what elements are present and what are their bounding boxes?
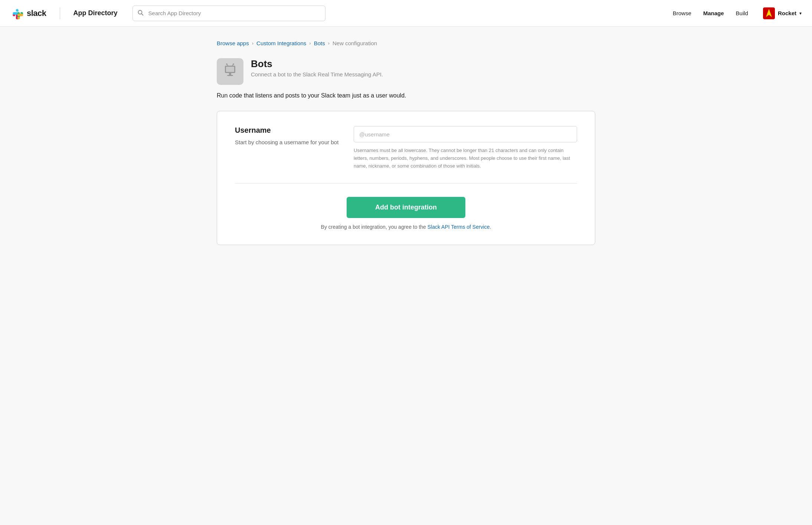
header-app-directory-title: App Directory xyxy=(73,9,118,17)
section-description: Start by choosing a username for your bo… xyxy=(235,138,339,147)
svg-rect-10 xyxy=(229,73,231,75)
app-info: Bots Connect a bot to the Slack Real Tim… xyxy=(251,58,383,77)
username-hint: Usernames must be all lowercase. They ca… xyxy=(354,147,577,170)
breadcrumb-sep-2: › xyxy=(309,40,311,46)
user-avatar-icon xyxy=(763,7,775,19)
add-bot-integration-button[interactable]: Add bot integration xyxy=(347,197,465,218)
button-section: Add bot integration By creating a bot in… xyxy=(235,197,577,230)
terms-prefix: By creating a bot integration, you agree… xyxy=(321,224,428,230)
svg-rect-5 xyxy=(226,67,234,72)
breadcrumb-sep-3: › xyxy=(328,40,330,46)
user-name-label: Rocket xyxy=(778,10,796,16)
app-header: Bots Connect a bot to the Slack Real Tim… xyxy=(217,58,595,85)
nav-manage[interactable]: Manage xyxy=(703,10,724,16)
breadcrumb: Browse apps › Custom Integrations › Bots… xyxy=(217,40,595,46)
svg-rect-11 xyxy=(227,75,233,76)
search-bar-container xyxy=(132,6,325,21)
main-content: Browse apps › Custom Integrations › Bots… xyxy=(202,27,610,258)
breadcrumb-new-config: New configuration xyxy=(333,40,377,46)
slack-logo-icon xyxy=(10,7,24,20)
nav-build[interactable]: Build xyxy=(736,10,748,16)
user-avatar-menu[interactable]: Rocket ▾ xyxy=(763,7,802,19)
username-section: Username Start by choosing a username fo… xyxy=(235,126,577,184)
terms-text: By creating a bot integration, you agree… xyxy=(321,224,491,230)
breadcrumb-bots[interactable]: Bots xyxy=(314,40,325,46)
breadcrumb-custom-integrations[interactable]: Custom Integrations xyxy=(256,40,306,46)
bots-app-icon xyxy=(222,63,238,80)
nav-links: Browse Manage Build Rocket ▾ xyxy=(673,7,802,19)
header-divider xyxy=(60,7,60,19)
svg-point-8 xyxy=(226,63,227,65)
section-input-area: Usernames must be all lowercase. They ca… xyxy=(354,126,577,170)
search-input[interactable] xyxy=(132,6,325,21)
svg-point-9 xyxy=(233,63,234,65)
section-label: Username Start by choosing a username fo… xyxy=(235,126,339,170)
app-description: Run code that listens and posts to your … xyxy=(217,92,595,99)
slack-logo: slack xyxy=(10,7,46,20)
form-card: Username Start by choosing a username fo… xyxy=(217,111,595,245)
app-name: Bots xyxy=(251,58,383,70)
terms-link[interactable]: Slack API Terms of Service xyxy=(428,224,490,230)
breadcrumb-sep-1: › xyxy=(252,40,253,46)
header: slack App Directory Browse Manage Build … xyxy=(0,0,812,27)
slack-wordmark: slack xyxy=(27,9,46,18)
terms-suffix: . xyxy=(490,224,491,230)
username-input[interactable] xyxy=(354,126,577,142)
breadcrumb-browse-apps[interactable]: Browse apps xyxy=(217,40,249,46)
chevron-down-icon: ▾ xyxy=(799,11,802,16)
logo-area: slack App Directory xyxy=(10,7,118,20)
app-tagline: Connect a bot to the Slack Real Time Mes… xyxy=(251,71,383,77)
app-icon xyxy=(217,58,243,85)
nav-browse[interactable]: Browse xyxy=(673,10,691,16)
section-title: Username xyxy=(235,126,339,135)
